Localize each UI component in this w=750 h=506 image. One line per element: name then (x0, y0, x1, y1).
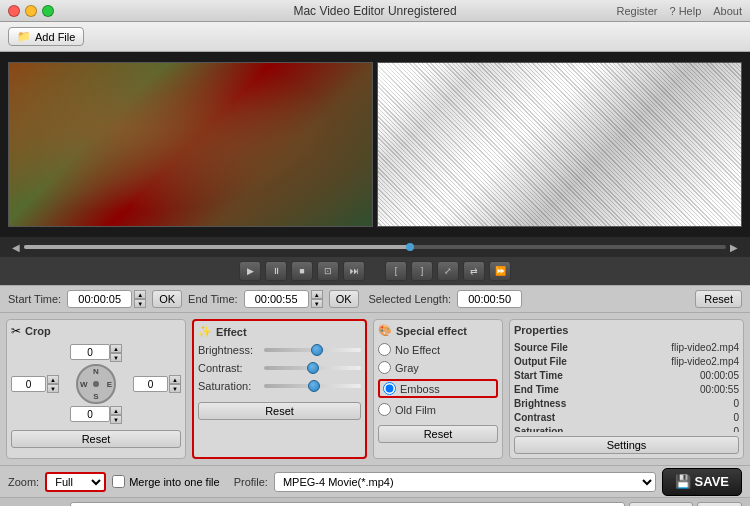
crop-top-down[interactable]: ▼ (110, 353, 122, 362)
end-time-input[interactable] (244, 290, 309, 308)
contrast-thumb[interactable] (307, 362, 319, 374)
snapshot-button[interactable]: ⊡ (317, 261, 339, 281)
title-actions: Register ? Help About (616, 5, 742, 17)
start-time-up[interactable]: ▲ (134, 290, 146, 299)
no-effect-radio[interactable] (378, 343, 391, 356)
effect-section: ✨ Effect Brightness: Contrast: Saturatio… (192, 319, 367, 459)
close-button[interactable] (8, 5, 20, 17)
saturation-thumb[interactable] (308, 380, 320, 392)
end-time-spinner[interactable]: ▲ ▼ (311, 290, 323, 308)
crop-right-up[interactable]: ▲ (169, 375, 181, 384)
add-file-button[interactable]: 📁 Add File (8, 27, 84, 46)
open-button[interactable]: Open (697, 502, 742, 507)
time-controls: Start Time: ▲ ▼ OK End Time: ▲ ▼ OK Sele… (0, 285, 750, 313)
crop-bottom-input[interactable] (70, 406, 110, 422)
end-time-up[interactable]: ▲ (311, 290, 323, 299)
prop-brightness-val: 0 (733, 398, 739, 409)
fullscreen-button[interactable]: ⤢ (437, 261, 459, 281)
old-film-radio[interactable] (378, 403, 391, 416)
start-time-input[interactable] (67, 290, 132, 308)
timeline-left-arrow[interactable]: ◀ (8, 242, 24, 253)
merge-checkbox[interactable] (112, 475, 125, 488)
time-reset-button[interactable]: Reset (695, 290, 742, 308)
crop-left-input[interactable] (11, 376, 46, 392)
maximize-button[interactable] (42, 5, 54, 17)
start-time-spinner[interactable]: ▲ ▼ (134, 290, 146, 308)
window-title: Mac Video Editor Unregistered (293, 4, 456, 18)
window-controls[interactable] (8, 5, 54, 17)
prop-brightness-key: Brightness (514, 398, 566, 409)
no-effect-row: No Effect (378, 343, 498, 356)
next-button[interactable]: ⏭ (343, 261, 365, 281)
timeline[interactable]: ◀ ▶ (0, 237, 750, 257)
crop-left-down[interactable]: ▼ (47, 384, 59, 393)
start-ok-button[interactable]: OK (152, 290, 182, 308)
brightness-row: Brightness: (198, 344, 361, 356)
crop-right-down[interactable]: ▼ (169, 384, 181, 393)
destination-bar: Destination: Browse... Open (0, 497, 750, 506)
browse-button[interactable]: Browse... (629, 502, 693, 507)
crop-reset-button[interactable]: Reset (11, 430, 181, 448)
crop-left-up[interactable]: ▲ (47, 375, 59, 384)
prop-source-file: Source File flip-video2.mp4 (514, 342, 739, 353)
video-panel-left[interactable] (8, 62, 373, 227)
video-panel-right[interactable] (377, 62, 742, 227)
crop-bottom-up[interactable]: ▲ (110, 406, 122, 415)
properties-list: Source File flip-video2.mp4 Output File … (514, 342, 739, 432)
special-effect-reset-button[interactable]: Reset (378, 425, 498, 443)
special-effect-header: 🎨 Special effect (378, 324, 498, 337)
settings-button[interactable]: Settings (514, 436, 739, 454)
gray-row: Gray (378, 361, 498, 374)
brightness-slider[interactable] (264, 348, 361, 352)
stop-button[interactable]: ■ (291, 261, 313, 281)
mark-out-button[interactable]: ] (411, 261, 433, 281)
timeline-track[interactable] (24, 245, 726, 249)
prop-output-file-val: flip-video2.mp4 (671, 356, 739, 367)
minimize-button[interactable] (25, 5, 37, 17)
prop-output-file-key: Output File (514, 356, 567, 367)
zoom-select[interactable]: Full 50% 75% 100% (45, 472, 106, 492)
crop-bottom-down[interactable]: ▼ (110, 415, 122, 424)
crop-top-up[interactable]: ▲ (110, 344, 122, 353)
special-effect-icon: 🎨 (378, 324, 392, 337)
timeline-thumb[interactable] (406, 243, 414, 251)
title-bar: Mac Video Editor Unregistered Register ?… (0, 0, 750, 22)
save-disk-icon: 💾 (675, 474, 691, 489)
pause-button[interactable]: ⏸ (265, 261, 287, 281)
prop-source-file-val: flip-video2.mp4 (671, 342, 739, 353)
play-button[interactable]: ▶ (239, 261, 261, 281)
saturation-row: Saturation: (198, 380, 361, 392)
start-time-label: Start Time: (8, 293, 61, 305)
crop-title: Crop (25, 325, 51, 337)
emboss-radio[interactable] (383, 382, 396, 395)
add-file-label: Add File (35, 31, 75, 43)
contrast-slider[interactable] (264, 366, 361, 370)
selected-length-group (457, 290, 522, 308)
step-button[interactable]: ⏩ (489, 261, 511, 281)
selected-length-input[interactable] (457, 290, 522, 308)
brightness-thumb[interactable] (311, 344, 323, 356)
save-button[interactable]: 💾 SAVE (662, 468, 742, 496)
mark-in-button[interactable]: [ (385, 261, 407, 281)
compass-s: S (93, 392, 98, 401)
gray-radio[interactable] (378, 361, 391, 374)
start-time-down[interactable]: ▼ (134, 299, 146, 308)
prop-contrast: Contrast 0 (514, 412, 739, 423)
effect-reset-button[interactable]: Reset (198, 402, 361, 420)
end-time-down[interactable]: ▼ (311, 299, 323, 308)
about-link[interactable]: About (713, 5, 742, 17)
crop-top-input[interactable] (70, 344, 110, 360)
timeline-right-arrow[interactable]: ▶ (726, 242, 742, 253)
help-link[interactable]: ? Help (669, 5, 701, 17)
loop-button[interactable]: ⇄ (463, 261, 485, 281)
end-ok-button[interactable]: OK (329, 290, 359, 308)
transport-controls: ▶ ⏸ ■ ⊡ ⏭ [ ] ⤢ ⇄ ⏩ (0, 257, 750, 285)
profile-select[interactable]: MPEG-4 Movie(*.mp4) (274, 472, 656, 492)
gray-label: Gray (395, 362, 419, 374)
crop-right-input[interactable] (133, 376, 168, 392)
destination-input[interactable] (70, 502, 625, 507)
video-area (0, 52, 750, 237)
register-link[interactable]: Register (616, 5, 657, 17)
profile-label: Profile: (234, 476, 268, 488)
saturation-slider[interactable] (264, 384, 361, 388)
